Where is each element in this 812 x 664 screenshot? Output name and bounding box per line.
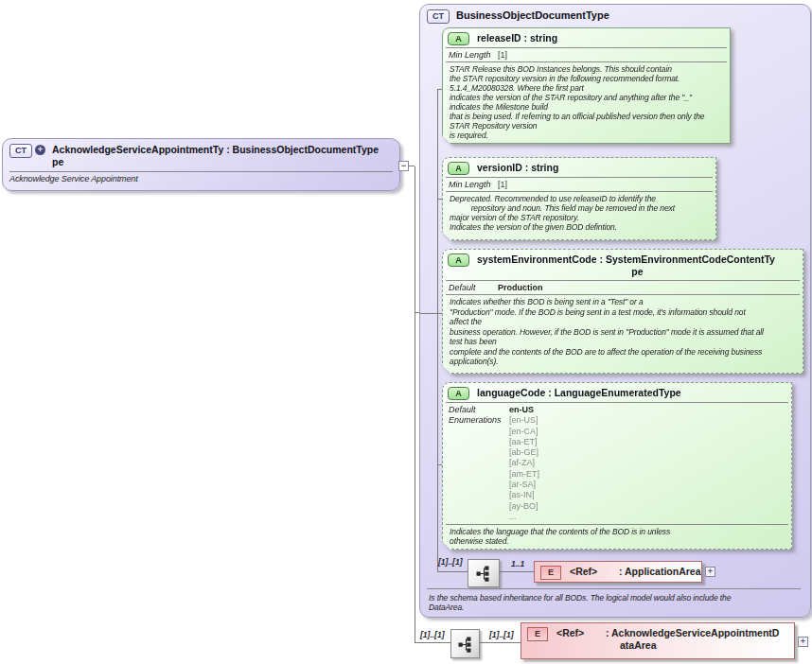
facet-row: Min Length [1] xyxy=(443,178,715,191)
left-type-title: AcknowledgeServiceAppointmentTy : Busine… xyxy=(52,144,379,168)
right-type-header: CT BusinessObjectDocumentType xyxy=(420,5,810,26)
element-ref-dataarea[interactable]: E <Ref> : AcknowledgeServiceAppointmentD… xyxy=(521,622,795,659)
attribute-badge: A xyxy=(448,32,469,45)
attribute-badge: A xyxy=(448,253,469,267)
collapse-button[interactable]: − xyxy=(398,161,409,171)
attribute-title: versionID : string xyxy=(477,162,558,174)
facet-row: Min Length [1] xyxy=(443,48,730,61)
complex-type-badge: CT xyxy=(427,9,450,24)
attribute-node-releaseid[interactable]: A releaseID : string Min Length [1] STAR… xyxy=(442,27,731,144)
attribute-node-versionid[interactable]: A versionID : string Min Length [1] Depr… xyxy=(442,157,716,240)
attribute-annotation: Indicates the language that the contents… xyxy=(443,525,791,549)
right-type-title: BusinessObjectDocumentType xyxy=(456,9,609,22)
divider xyxy=(427,588,801,589)
left-type-annotation: Acknowledge Service Appointment xyxy=(3,172,399,187)
enumeration-values: [en-US] [en-CA] [aa-ET] [ab-GE] [af-ZA] … xyxy=(509,415,539,522)
schema-diagram-canvas: CT + AcknowledgeServiceAppointmentTy : B… xyxy=(0,0,812,664)
element-ref-label: <Ref> xyxy=(556,627,606,639)
left-type-node[interactable]: CT + AcknowledgeServiceAppointmentTy : B… xyxy=(2,138,400,191)
expand-button[interactable]: + xyxy=(798,637,808,647)
sequence-icon[interactable] xyxy=(450,629,480,658)
attribute-node-systemenvironmentcode[interactable]: A systemEnvironmentCode : SystemEnvironm… xyxy=(442,249,803,374)
occurrence-label: 1..1 xyxy=(511,559,524,568)
attribute-badge: A xyxy=(448,387,469,400)
facet-row: Default Production xyxy=(443,281,803,294)
element-ref-applicationarea[interactable]: E <Ref> : ApplicationArea xyxy=(534,561,702,583)
right-type-annotation: Is the schema based inheritance for all … xyxy=(422,591,810,615)
content-indicator-icon: + xyxy=(35,145,45,155)
attribute-title: systemEnvironmentCode : SystemEnvironmen… xyxy=(477,253,798,278)
element-type: : AcknowledgeServiceAppointmentD ataArea xyxy=(606,627,779,652)
default-value: en-US xyxy=(509,405,539,415)
element-type: : ApplicationArea xyxy=(619,566,701,578)
element-badge: E xyxy=(540,566,561,580)
occurrence-label: [1]..[1] xyxy=(420,630,445,639)
right-type-node[interactable]: CT BusinessObjectDocumentType A releaseI… xyxy=(419,4,811,618)
attribute-annotation: Deprecated. Recommended to use releaseID… xyxy=(443,192,715,235)
attribute-annotation: STAR Release this BOD Instances belongs.… xyxy=(443,62,730,143)
element-ref-label: <Ref> xyxy=(570,566,619,578)
element-badge: E xyxy=(527,627,548,641)
attribute-title: languageCode : LanguageEnumeratedType xyxy=(477,387,681,399)
sequence-icon[interactable] xyxy=(468,559,500,587)
occurrence-label: [1]..[1] xyxy=(438,557,463,567)
attribute-annotation: Indicates whether this BOD is being sent… xyxy=(443,295,803,370)
attribute-badge: A xyxy=(448,162,469,175)
left-type-header: CT + AcknowledgeServiceAppointmentTy : B… xyxy=(3,139,399,170)
complex-type-badge: CT xyxy=(9,144,32,158)
attribute-node-languagecode[interactable]: A languageCode : LanguageEnumeratedType … xyxy=(442,382,792,550)
occurrence-label: [1]..[1] xyxy=(489,630,514,639)
facet-rows: Default Enumerations en-US [en-US] [en-C… xyxy=(443,403,791,524)
attribute-title: releaseID : string xyxy=(477,32,557,44)
expand-button[interactable]: + xyxy=(705,567,715,577)
